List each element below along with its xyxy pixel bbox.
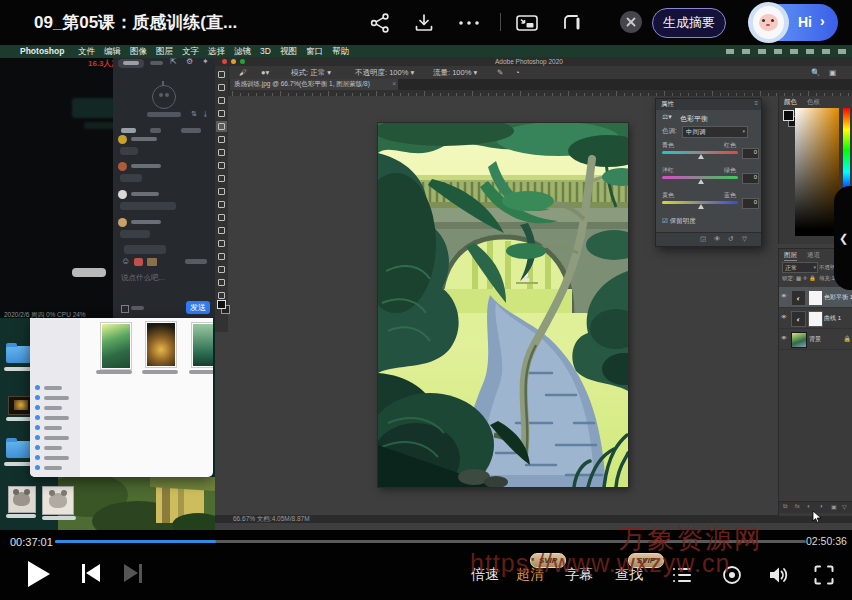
- slider-value[interactable]: 0: [742, 198, 759, 209]
- brush-preview[interactable]: ●▾: [261, 66, 269, 79]
- color-balance-slider[interactable]: 黄色蓝色0: [656, 191, 761, 215]
- ps-tool-button[interactable]: [216, 199, 227, 210]
- ps-tool-button[interactable]: [216, 238, 227, 249]
- barrage-checkbox[interactable]: [121, 305, 129, 313]
- chat-tab-2[interactable]: [150, 128, 161, 133]
- account-pill[interactable]: Hi ›: [750, 4, 838, 41]
- eye-icon[interactable]: 👁: [714, 235, 721, 242]
- ps-tool-button[interactable]: [216, 186, 227, 197]
- ps-tool-button[interactable]: [216, 212, 227, 223]
- image-icon[interactable]: [134, 258, 143, 266]
- adjustment-layer-icon[interactable]: ◑: [819, 503, 823, 509]
- finder-sidebar-item[interactable]: [35, 404, 77, 411]
- foreground-color-swatch[interactable]: [217, 300, 226, 309]
- color-balance-slider[interactable]: 洋红绿色0: [656, 166, 761, 190]
- tab-close-icon[interactable]: ×: [392, 80, 396, 87]
- menubar-menu-item[interactable]: 图层: [156, 46, 173, 56]
- layer-row[interactable]: 👁◐曲线 1: [779, 308, 852, 329]
- folder-icon[interactable]: [147, 258, 157, 266]
- layer-effects-icon[interactable]: fx: [795, 503, 800, 509]
- slider-value[interactable]: 0: [742, 148, 759, 159]
- minimize-traffic-light[interactable]: [231, 59, 236, 64]
- folder-icon[interactable]: [6, 441, 31, 458]
- finder-sidebar-item[interactable]: [35, 454, 77, 461]
- chat-tab-3[interactable]: [181, 128, 201, 133]
- ps-tool-button[interactable]: [216, 82, 227, 93]
- color-field[interactable]: [795, 108, 839, 236]
- preserve-luminosity-checkbox[interactable]: ☑ 保留明度: [662, 217, 696, 226]
- ps-doc-tab[interactable]: 质感训练.jpg @ 66.7%(色彩平衡 1, 图层蒙版/8) ×: [230, 79, 398, 90]
- search-icon[interactable]: 🔍: [811, 66, 820, 79]
- share-icon[interactable]: [368, 11, 392, 35]
- layer-visibility-icon[interactable]: 👁: [781, 293, 787, 299]
- ps-tool-button[interactable]: [216, 147, 227, 158]
- brush-tool-icon[interactable]: 🖌: [239, 66, 247, 79]
- menubar-menu-item[interactable]: 窗口: [306, 46, 323, 56]
- file-thumbnail[interactable]: [191, 322, 213, 368]
- side-drawer-handle[interactable]: ❮: [834, 186, 852, 290]
- finder-sidebar-item[interactable]: [35, 464, 77, 471]
- photo-file-icon[interactable]: [42, 486, 74, 515]
- slider-handle[interactable]: [698, 154, 704, 159]
- export-icon[interactable]: ⇱: [170, 57, 177, 66]
- menubar-menu-item[interactable]: 滤镜: [234, 46, 251, 56]
- canvas-artwork[interactable]: [378, 123, 628, 487]
- live-quick-pill[interactable]: [72, 268, 106, 277]
- finder-sidebar-item[interactable]: [35, 394, 77, 401]
- foreground-swatch[interactable]: [783, 110, 794, 121]
- finder-sidebar-item[interactable]: [35, 444, 77, 451]
- layer-visibility-icon[interactable]: 👁: [781, 335, 787, 341]
- signal-icon[interactable]: ⇅: [191, 110, 197, 118]
- menubar-menu-item[interactable]: 图像: [130, 46, 147, 56]
- layer-row[interactable]: 👁🔒背景: [779, 329, 852, 350]
- volume-icon[interactable]: [766, 563, 790, 587]
- menubar-menu-item[interactable]: 视图: [280, 46, 297, 56]
- pin-icon[interactable]: ✦: [202, 57, 209, 66]
- slider-handle[interactable]: [698, 204, 704, 209]
- airbrush-icon[interactable]: ✎: [497, 66, 503, 79]
- new-layer-icon[interactable]: ▣: [831, 503, 837, 510]
- fullscreen-icon[interactable]: [812, 563, 836, 587]
- color-tab[interactable]: 颜色: [784, 98, 797, 107]
- ps-tool-button[interactable]: [216, 160, 227, 171]
- menubar-menu-item[interactable]: 选择: [208, 46, 225, 56]
- reset-icon[interactable]: ↺: [728, 235, 733, 243]
- ps-tool-button[interactable]: [216, 121, 227, 132]
- menubar-menu-item[interactable]: 文字: [182, 46, 199, 56]
- pip-icon[interactable]: [514, 11, 540, 35]
- emoji-icon[interactable]: ☺: [121, 256, 130, 266]
- more-icon[interactable]: [456, 11, 482, 35]
- blend-mode-select[interactable]: 正常 ▾: [782, 262, 818, 273]
- cast-icon[interactable]: [560, 11, 586, 35]
- ps-tool-button[interactable]: [216, 264, 227, 275]
- trash-icon[interactable]: ▽: [742, 235, 747, 243]
- slider-handle[interactable]: [698, 179, 704, 184]
- send-button[interactable]: 发送: [186, 301, 210, 314]
- color-balance-slider[interactable]: 青色红色0: [656, 141, 761, 165]
- delete-layer-icon[interactable]: ▽: [842, 503, 847, 510]
- menubar-menu-item[interactable]: 编辑: [104, 46, 121, 56]
- photo-file-icon[interactable]: [8, 486, 36, 513]
- close-traffic-light[interactable]: [222, 59, 227, 64]
- smoothing-icon[interactable]: ◔: [515, 66, 520, 79]
- zoom-traffic-light[interactable]: [240, 59, 245, 64]
- ps-tool-button[interactable]: [216, 277, 227, 288]
- swatches-tab[interactable]: 色板: [807, 98, 820, 107]
- download-icon[interactable]: [412, 11, 436, 35]
- link-layers-icon[interactable]: ⧉: [783, 503, 787, 510]
- play-button[interactable]: [28, 561, 50, 587]
- finder-sidebar-item[interactable]: [35, 424, 77, 431]
- panel-menu-icon[interactable]: ≡: [754, 100, 758, 106]
- ps-tool-button[interactable]: [216, 225, 227, 236]
- gear-icon[interactable]: ⚙: [186, 57, 193, 66]
- menubar-menu-item[interactable]: 帮助: [332, 46, 349, 56]
- channels-tab[interactable]: 通道: [807, 251, 820, 260]
- workspace-icon[interactable]: ▣: [829, 66, 836, 79]
- menubar-menu-item[interactable]: 3D: [260, 46, 271, 56]
- slider-value[interactable]: 0: [742, 173, 759, 184]
- file-thumbnail[interactable]: [100, 322, 132, 370]
- chat-tab-pill[interactable]: [118, 59, 144, 68]
- ps-tool-button[interactable]: [216, 251, 227, 262]
- finder-sidebar-item[interactable]: [35, 414, 77, 421]
- menubar-menu-item[interactable]: 文件: [78, 46, 95, 56]
